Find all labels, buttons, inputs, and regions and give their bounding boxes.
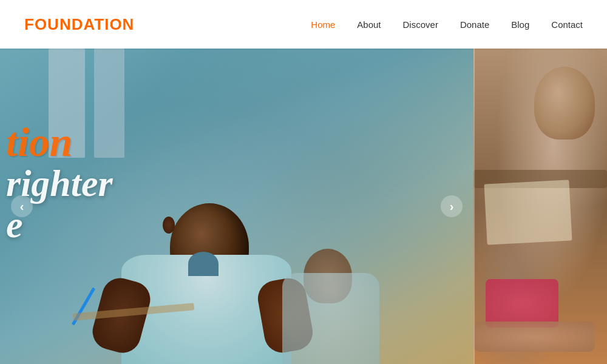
hero-divider [473,49,475,364]
nav-item-about[interactable]: About [357,19,381,30]
hero-main-image: tion righter e ‹ › [0,49,473,364]
nav-item-contact[interactable]: Contact [551,19,583,30]
shirt-collar [188,252,219,276]
bg-student-shirt [282,273,379,364]
nav: Home About Discover Donate Blog Contact [311,19,583,30]
hero-secondary-image [473,49,607,364]
carousel-prev-button[interactable]: ‹ [11,195,33,217]
hero-overlay-text: tion righter e [6,121,113,245]
carousel-next-button[interactable]: › [441,195,463,217]
header: FOUNDATION Home About Discover Donate Bl… [0,0,607,49]
hero-section: tion righter e ‹ › [0,49,607,364]
hero-text-line1: tion [6,121,113,163]
nav-item-blog[interactable]: Blog [511,19,529,30]
nav-item-discover[interactable]: Discover [403,19,438,30]
logo[interactable]: FOUNDATION [24,15,134,34]
nav-item-donate[interactable]: Donate [460,19,489,30]
paper-element [484,180,572,244]
nav-item-home[interactable]: Home [311,19,335,30]
secondary-bag-element [486,279,558,328]
boy-ear [163,217,175,234]
hand-element [473,322,595,352]
secondary-person-head [534,67,595,140]
